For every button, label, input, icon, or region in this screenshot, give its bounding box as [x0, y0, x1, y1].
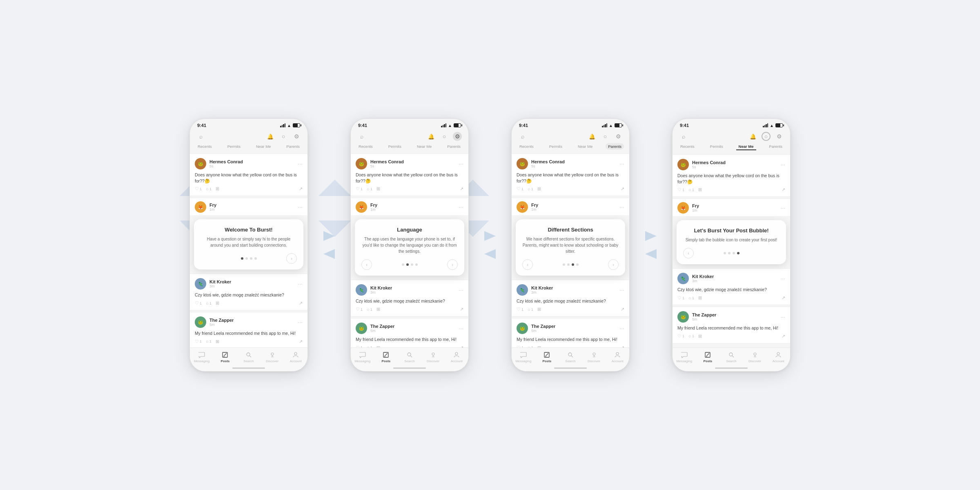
tab-recents[interactable]: Recents	[678, 143, 697, 150]
translate-icon[interactable]: ⊞	[216, 339, 219, 344]
filter-icon[interactable]: ⚙	[453, 132, 462, 141]
tab-parents[interactable]: Parents	[445, 143, 463, 149]
bottom-nav-account[interactable]: Account	[609, 351, 626, 363]
translate-icon[interactable]: ⊞	[216, 301, 219, 306]
search-icon[interactable]: ⌕	[518, 132, 527, 141]
post-more-icon[interactable]: ···	[780, 275, 785, 282]
filter-icon[interactable]: ⚙	[292, 132, 301, 141]
tab-near-me[interactable]: Near Me	[254, 143, 273, 149]
bottom-nav-messaging[interactable]: Messaging	[676, 351, 693, 363]
bell-icon[interactable]: 🔔	[266, 132, 275, 141]
tab-near-me[interactable]: Near Me	[414, 143, 434, 149]
comment-icon[interactable]: ○ 1	[688, 296, 694, 301]
profile-icon[interactable]: ○	[601, 132, 610, 141]
bottom-nav-messaging[interactable]: Messaging	[194, 351, 210, 363]
post-more-icon[interactable]: ···	[619, 160, 624, 167]
like-icon[interactable]: ♡ 1	[517, 186, 523, 192]
bottom-nav-discover[interactable]: Discover	[747, 351, 763, 363]
like-icon[interactable]: ♡ 1	[677, 295, 684, 301]
tab-permits[interactable]: Permits	[225, 143, 243, 149]
like-icon[interactable]: ♡ 1	[677, 334, 684, 339]
bottom-nav-discover[interactable]: Discover	[425, 351, 441, 363]
translate-icon[interactable]: ⊞	[537, 307, 541, 312]
tab-recents[interactable]: Recents	[517, 143, 536, 149]
search-icon[interactable]: ⌕	[357, 132, 366, 141]
tab-parents[interactable]: Parents	[766, 143, 785, 150]
post-more-icon[interactable]: ···	[459, 204, 463, 210]
like-icon[interactable]: ♡ 1	[356, 307, 363, 312]
bottom-nav-account[interactable]: Account	[770, 351, 786, 363]
post-more-icon[interactable]: ···	[780, 161, 785, 168]
filter-icon[interactable]: ⚙	[775, 132, 784, 141]
share-icon[interactable]: ↗	[460, 186, 463, 192]
comment-icon[interactable]: ○ 1	[206, 187, 212, 192]
post-more-icon[interactable]: ···	[459, 160, 463, 167]
bottom-nav-posts[interactable]: Posts	[539, 351, 555, 363]
share-icon[interactable]: ↗	[782, 334, 785, 339]
bottom-nav-search[interactable]: Search	[723, 351, 739, 363]
tab-recents[interactable]: Recents	[195, 143, 214, 149]
like-icon[interactable]: ♡ 1	[195, 186, 202, 192]
bell-icon[interactable]: 🔔	[748, 132, 757, 141]
comment-icon[interactable]: ○ 1	[206, 301, 212, 306]
post-more-icon[interactable]: ···	[619, 287, 624, 293]
tab-permits[interactable]: Permits	[386, 143, 404, 149]
translate-icon[interactable]: ⊞	[376, 307, 380, 312]
bottom-nav-search[interactable]: Search	[401, 351, 418, 363]
profile-icon[interactable]: ○	[279, 132, 288, 141]
bottom-nav-messaging[interactable]: Messaging	[515, 351, 532, 363]
search-icon[interactable]: ⌕	[196, 132, 205, 141]
like-icon[interactable]: ♡ 1	[195, 339, 202, 344]
post-more-icon[interactable]: ···	[619, 325, 624, 332]
bottom-nav-search[interactable]: Search	[241, 351, 257, 363]
bottom-nav-messaging[interactable]: Messaging	[354, 351, 371, 363]
bell-icon[interactable]: 🔔	[427, 132, 436, 141]
share-icon[interactable]: ↗	[782, 187, 785, 192]
onboarding-prev-button[interactable]: ‹	[522, 259, 533, 270]
share-icon[interactable]: ↗	[460, 307, 463, 312]
share-icon[interactable]: ↗	[299, 301, 303, 306]
onboarding-prev-button[interactable]: ‹	[361, 259, 372, 270]
comment-icon[interactable]: ○ 1	[206, 339, 212, 344]
onboarding-next-button[interactable]: ›	[286, 253, 297, 264]
tab-permits[interactable]: Permits	[547, 143, 565, 149]
post-more-icon[interactable]: ···	[298, 204, 303, 210]
bottom-nav-discover[interactable]: Discover	[264, 351, 281, 363]
tab-parents[interactable]: Parents	[284, 143, 302, 149]
search-icon[interactable]: ⌕	[679, 132, 688, 141]
post-more-icon[interactable]: ···	[459, 287, 463, 293]
share-icon[interactable]: ↗	[299, 339, 303, 344]
bottom-nav-posts[interactable]: Posts	[217, 351, 233, 363]
post-more-icon[interactable]: ···	[298, 319, 303, 325]
comment-icon[interactable]: ○ 1	[367, 307, 372, 312]
like-icon[interactable]: ♡ 1	[677, 187, 684, 192]
post-more-icon[interactable]: ···	[780, 314, 785, 320]
share-icon[interactable]: ↗	[621, 186, 624, 192]
profile-icon[interactable]: ○	[440, 132, 449, 141]
share-icon[interactable]: ↗	[299, 186, 303, 192]
comment-icon[interactable]: ○ 1	[528, 187, 533, 192]
tab-near-me[interactable]: Near Me	[575, 143, 595, 149]
profile-icon[interactable]: ○	[762, 132, 771, 141]
tab-recents[interactable]: Recents	[356, 143, 375, 149]
onboarding-prev-button[interactable]: ‹	[683, 248, 694, 258]
tab-near-me[interactable]: Near Me	[736, 143, 756, 150]
bottom-nav-discover[interactable]: Discover	[586, 351, 602, 363]
share-icon[interactable]: ↗	[621, 307, 624, 312]
translate-icon[interactable]: ⊞	[216, 186, 219, 192]
post-more-icon[interactable]: ···	[298, 281, 303, 287]
bottom-nav-posts[interactable]: Posts	[699, 351, 716, 363]
post-more-icon[interactable]: ···	[780, 205, 785, 211]
translate-icon[interactable]: ⊞	[698, 334, 702, 339]
comment-icon[interactable]: ○ 1	[367, 187, 372, 192]
bottom-nav-posts[interactable]: Posts	[378, 351, 394, 363]
bell-icon[interactable]: 🔔	[588, 132, 597, 141]
comment-icon[interactable]: ○ 1	[528, 307, 533, 312]
bottom-nav-account[interactable]: Account	[287, 351, 304, 363]
tab-parents[interactable]: Parents	[606, 143, 624, 149]
like-icon[interactable]: ♡ 1	[356, 186, 363, 192]
post-more-icon[interactable]: ···	[619, 204, 624, 210]
translate-icon[interactable]: ⊞	[376, 186, 380, 192]
tab-permits[interactable]: Permits	[708, 143, 726, 150]
translate-icon[interactable]: ⊞	[537, 186, 541, 192]
